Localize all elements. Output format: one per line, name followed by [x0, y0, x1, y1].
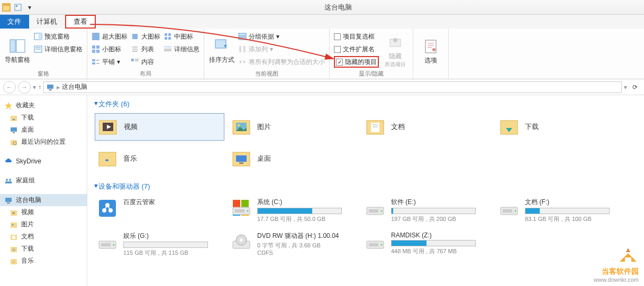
sort-button[interactable]: 排序方式	[208, 31, 235, 69]
svg-rect-74	[236, 155, 247, 162]
sidebar-documents[interactable]: 文档	[0, 230, 87, 243]
address-box[interactable]: ▸ 这台电脑	[43, 81, 622, 93]
svg-rect-85	[235, 209, 244, 213]
sidebar-this-pc[interactable]: 这台电脑	[0, 194, 87, 206]
folder-icon	[97, 148, 118, 169]
tab-file[interactable]: 文件	[0, 15, 29, 29]
drive-icon	[498, 198, 520, 219]
device-item[interactable]: 百度云管家	[95, 196, 224, 225]
folder-item[interactable]: 下载	[496, 113, 626, 141]
svg-rect-52	[5, 181, 12, 183]
device-name: 文档 (F:)	[525, 198, 624, 207]
tab-computer[interactable]: 计算机	[29, 15, 65, 29]
checkbox-icon-checked	[336, 59, 343, 66]
svg-rect-3	[16, 5, 17, 7]
details-pane-button[interactable]: 详细信息窗格	[34, 43, 83, 55]
device-stats: 197 GB 可用 , 共 200 GB	[391, 215, 490, 223]
ribbon: 导航窗格 预览窗格 详细信息窗格 窗格 超大图标 小图标 平铺 ▾ 大图标 列表…	[0, 29, 644, 79]
device-item[interactable]: 软件 (E:) 197 GB 可用 , 共 200 GB	[362, 196, 492, 225]
svg-rect-100	[369, 243, 378, 246]
svg-rect-17	[92, 62, 95, 64]
device-stats: 83.1 GB 可用 , 共 100 GB	[525, 215, 624, 223]
group-panes-title: 窗格	[4, 69, 83, 79]
properties-icon[interactable]	[14, 3, 22, 12]
forward-button[interactable]: →	[18, 81, 31, 94]
device-name: 娱乐 (G:)	[123, 232, 222, 241]
svg-point-51	[9, 179, 11, 181]
device-item[interactable]: 系统 (C:) 17.7 GB 可用 , 共 50.0 GB	[229, 196, 358, 225]
svg-rect-61	[11, 259, 17, 264]
folder-item[interactable]: 文档	[362, 113, 492, 141]
drive-icon	[97, 232, 118, 253]
options-button[interactable]: 选项	[418, 31, 444, 70]
svg-rect-12	[92, 45, 95, 49]
sidebar-favorites[interactable]: 收藏夹	[0, 99, 87, 112]
sidebar-item-downloads[interactable]: 下载	[0, 112, 87, 124]
svg-rect-102	[625, 257, 631, 262]
main: 收藏夹 下载 桌面 最近访问的位置 SkyDrive 家庭组 这台电脑 视频 图…	[0, 95, 644, 286]
section-devices[interactable]: 设备和驱动器 (7)	[95, 182, 637, 191]
folder-item[interactable]: 视频	[95, 113, 224, 141]
folder-name: 文档	[391, 122, 405, 132]
sidebar-videos[interactable]: 视频	[0, 206, 87, 218]
folder-item[interactable]: 桌面	[229, 145, 358, 172]
svg-point-42	[432, 48, 436, 51]
layout-tiles[interactable]: 平铺 ▾	[92, 56, 128, 68]
svg-point-66	[238, 124, 240, 126]
capacity-bar	[257, 208, 342, 214]
folder-item[interactable]: 音乐	[95, 145, 224, 172]
svg-rect-35	[239, 33, 246, 36]
svg-point-57	[12, 224, 14, 225]
sidebar-music[interactable]: 音乐	[0, 255, 87, 267]
group-by-button[interactable]: 分组依据 ▾	[238, 31, 325, 42]
folder-item[interactable]: 图片	[229, 113, 358, 141]
preview-pane-button[interactable]: 预览窗格	[34, 31, 83, 42]
layout-list[interactable]: 列表	[131, 43, 160, 55]
svg-rect-37	[239, 46, 241, 52]
svg-rect-20	[132, 34, 138, 39]
up-button[interactable]: ↑	[38, 84, 41, 91]
sidebar-homegroup[interactable]: 家庭组	[0, 174, 87, 187]
device-name: 百度云管家	[123, 198, 222, 207]
recent-dropdown[interactable]: ▾	[33, 84, 36, 91]
content-area: 文件夹 (6) 视频图片文档下载音乐桌面 设备和驱动器 (7) 百度云管家 系统…	[87, 95, 644, 286]
device-item[interactable]: 娱乐 (G:) 115 GB 可用 , 共 115 GB	[95, 229, 224, 259]
back-button[interactable]: ←	[3, 81, 16, 94]
capacity-bar	[525, 208, 610, 214]
nav-pane-button[interactable]: 导航窗格	[4, 31, 31, 69]
drive-icon	[365, 232, 386, 253]
svg-rect-27	[165, 33, 167, 36]
folder-icon	[231, 148, 252, 169]
sidebar-pictures[interactable]: 图片	[0, 218, 87, 230]
add-columns-button: 添加列 ▾	[238, 43, 325, 55]
watermark: 当客软件园 www.downkr.com	[594, 246, 639, 283]
sidebar-item-recent[interactable]: 最近访问的位置	[0, 136, 87, 148]
layout-small[interactable]: 小图标	[92, 43, 128, 55]
tab-view[interactable]: 查看	[65, 15, 96, 29]
layout-details[interactable]: 详细信息	[164, 43, 199, 55]
sidebar-skydrive[interactable]: SkyDrive	[0, 155, 87, 167]
layout-extra-large[interactable]: 超大图标	[92, 31, 128, 42]
device-item[interactable]: 文档 (F:) 83.1 GB 可用 , 共 100 GB	[496, 196, 626, 225]
sidebar: 收藏夹 下载 桌面 最近访问的位置 SkyDrive 家庭组 这台电脑 视频 图…	[0, 95, 87, 286]
section-folders[interactable]: 文件夹 (6)	[95, 99, 637, 109]
refresh-button[interactable]: ⟳	[629, 81, 641, 93]
address-dropdown[interactable]: ▾	[624, 84, 627, 91]
capacity-bar	[123, 242, 208, 248]
layout-medium[interactable]: 中图标	[164, 31, 199, 42]
checkbox-item-checkboxes[interactable]: 项目复选框	[334, 31, 379, 42]
device-item[interactable]: RAMDISK (Z:) 448 MB 可用 , 共 767 MB	[362, 229, 492, 259]
svg-rect-43	[47, 85, 53, 89]
layout-content[interactable]: 内容	[131, 56, 160, 68]
device-stats: 448 MB 可用 , 共 767 MB	[391, 247, 490, 255]
layout-large[interactable]: 大图标	[131, 31, 160, 42]
sidebar-item-desktop[interactable]: 桌面	[0, 124, 87, 136]
checkbox-extensions[interactable]: 文件扩展名	[334, 43, 379, 55]
svg-rect-81	[241, 200, 249, 207]
device-item[interactable]: DVD RW 驱动器 (H:) 1.00.04 0 字节 可用 , 共 3.68…	[229, 229, 358, 259]
checkbox-hidden-items[interactable]: 隐藏的项目	[334, 56, 379, 68]
folder-name: 桌面	[257, 154, 271, 163]
svg-rect-7	[39, 33, 42, 40]
sidebar-downloads2[interactable]: 下载	[0, 243, 87, 255]
dropdown-icon[interactable]: ▾	[25, 3, 34, 12]
